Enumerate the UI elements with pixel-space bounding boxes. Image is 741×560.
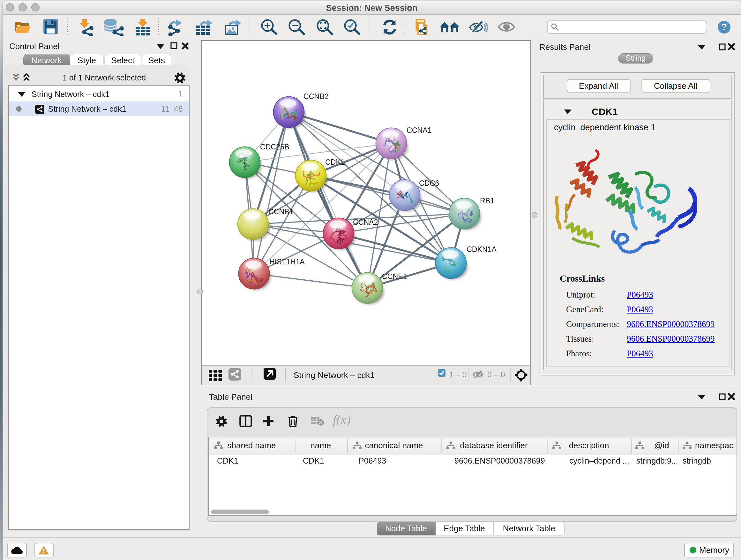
svg-text:CCNB1: CCNB1 — [268, 207, 293, 215]
svg-text:RB1: RB1 — [480, 196, 494, 205]
svg-text:?: ? — [721, 22, 727, 32]
svg-text:CDC25B: CDC25B — [260, 142, 289, 151]
svg-text:CCNA1: CCNA1 — [407, 126, 432, 134]
svg-text:HIST1H1A: HIST1H1A — [269, 257, 305, 266]
svg-text:CDKN1A: CDKN1A — [467, 245, 497, 253]
svg-text:CDK1: CDK1 — [325, 158, 345, 166]
svg-text:CCNB2: CCNB2 — [304, 92, 329, 100]
svg-text:CDC6: CDC6 — [419, 179, 439, 187]
svg-text:CCNE1: CCNE1 — [382, 272, 407, 280]
svg-text:CCNA2: CCNA2 — [353, 218, 378, 226]
